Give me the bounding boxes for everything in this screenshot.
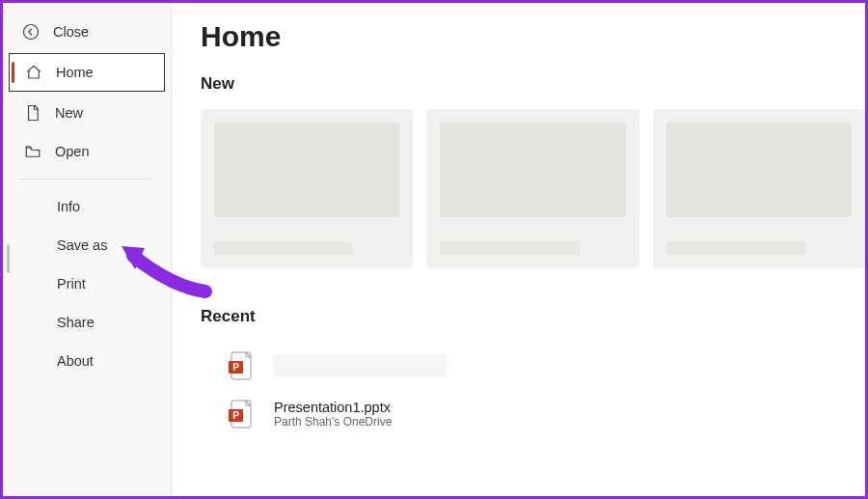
new-file-icon — [24, 104, 41, 122]
saveas-label: Save as — [57, 237, 107, 253]
recent-name-redacted — [274, 354, 448, 377]
svg-point-0 — [24, 25, 39, 40]
info-label: Info — [57, 199, 80, 214]
sidebar-item-saveas[interactable]: Save as — [3, 226, 171, 264]
print-label: Print — [57, 276, 86, 291]
template-label-placeholder — [666, 241, 805, 255]
template-card[interactable] — [201, 109, 413, 268]
back-arrow-icon — [22, 23, 40, 41]
sidebar-separator — [20, 179, 153, 180]
recent-item[interactable]: P Presentation1.pptx Parth Shah's OneDri… — [201, 390, 865, 438]
close-label: Close — [53, 24, 89, 40]
sidebar-item-print[interactable]: Print — [3, 264, 171, 303]
new-section-title: New — [201, 74, 865, 94]
template-preview — [440, 123, 625, 217]
template-preview — [666, 123, 852, 217]
home-icon — [25, 64, 42, 81]
sidebar-item-share[interactable]: Share — [3, 303, 171, 342]
recent-section-title: Recent — [201, 307, 865, 326]
sidebar-item-home[interactable]: Home — [9, 53, 165, 92]
main-panel: Home New Recent P — [172, 3, 865, 496]
template-label-placeholder — [214, 241, 353, 255]
home-label: Home — [56, 65, 94, 80]
sidebar-item-new[interactable]: New — [3, 94, 171, 132]
about-label: About — [57, 353, 94, 369]
template-card[interactable] — [653, 109, 865, 268]
template-preview — [214, 123, 399, 217]
recent-list: P P Presentation1.pptx Parth Shah's OneD… — [201, 342, 865, 438]
svg-text:P: P — [232, 362, 239, 373]
new-label: New — [55, 105, 83, 121]
sidebar-item-about[interactable]: About — [3, 342, 171, 380]
recent-text: Presentation1.pptx Parth Shah's OneDrive — [274, 400, 392, 429]
recent-item[interactable]: P — [201, 342, 865, 390]
svg-text:P: P — [232, 410, 239, 421]
sidebar-item-open[interactable]: Open — [3, 132, 171, 171]
template-row — [201, 109, 865, 268]
close-button[interactable]: Close — [3, 13, 171, 51]
template-label-placeholder — [440, 241, 579, 255]
folder-open-icon — [24, 143, 41, 160]
open-label: Open — [55, 144, 89, 159]
scroll-indicator — [7, 244, 10, 273]
template-card[interactable] — [426, 109, 638, 268]
sidebar-item-info[interactable]: Info — [3, 187, 171, 226]
sidebar: Close Home New Open Info Save as — [3, 3, 172, 496]
powerpoint-file-icon: P — [228, 351, 253, 380]
recent-file-location: Parth Shah's OneDrive — [274, 415, 392, 429]
powerpoint-file-icon: P — [228, 400, 253, 429]
recent-file-name: Presentation1.pptx — [274, 400, 392, 415]
page-title: Home — [201, 20, 865, 53]
share-label: Share — [57, 315, 95, 330]
